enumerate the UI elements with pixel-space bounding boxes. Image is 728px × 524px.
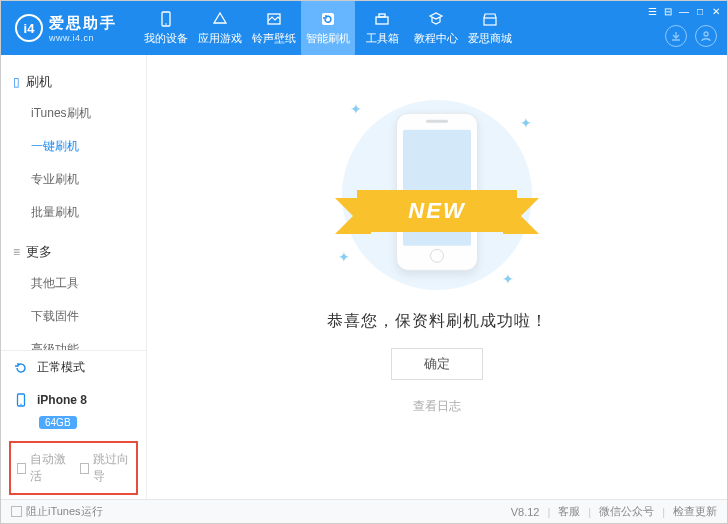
sidebar-item-itunes-flash[interactable]: iTunes刷机 bbox=[31, 97, 146, 130]
svg-rect-5 bbox=[379, 14, 385, 17]
logo-icon: i4 bbox=[15, 14, 43, 42]
more-icon: ≡ bbox=[13, 245, 20, 259]
sparkle-icon: ✦ bbox=[350, 101, 362, 117]
nav-label: 应用游戏 bbox=[198, 31, 242, 46]
nav-label: 智能刷机 bbox=[306, 31, 350, 46]
nav-toolbox[interactable]: 工具箱 bbox=[355, 1, 409, 55]
storage-row: 64GB bbox=[1, 416, 146, 437]
new-ribbon: NEW bbox=[357, 190, 517, 232]
mode-row[interactable]: 正常模式 bbox=[1, 351, 146, 384]
minimize-button[interactable]: — bbox=[677, 4, 691, 18]
phone-icon: ▯ bbox=[13, 75, 20, 89]
sidebar-item-batch-flash[interactable]: 批量刷机 bbox=[31, 196, 146, 229]
block-itunes-checkbox[interactable]: 阻止iTunes运行 bbox=[11, 504, 103, 519]
body: ▯ 刷机 iTunes刷机 一键刷机 专业刷机 批量刷机 ≡ 更多 bbox=[1, 55, 727, 499]
app-title: 爱思助手 bbox=[49, 14, 117, 33]
flash-items: iTunes刷机 一键刷机 专业刷机 批量刷机 bbox=[1, 97, 146, 229]
settings-button[interactable]: ☰ bbox=[645, 4, 659, 18]
success-message: 恭喜您，保资料刷机成功啦！ bbox=[327, 311, 548, 332]
group-label: 更多 bbox=[26, 243, 52, 261]
update-link[interactable]: 检查更新 bbox=[673, 504, 717, 519]
window-controls: ☰ ⊟ — □ ✕ bbox=[645, 4, 723, 18]
close-button[interactable]: ✕ bbox=[709, 4, 723, 18]
nav-label: 教程中心 bbox=[414, 31, 458, 46]
logo: i4 爱思助手 www.i4.cn bbox=[1, 14, 127, 43]
apps-icon bbox=[211, 10, 229, 28]
sidebar-item-download-firmware[interactable]: 下载固件 bbox=[31, 300, 146, 333]
checkbox-label: 自动激活 bbox=[30, 451, 67, 485]
nav-label: 我的设备 bbox=[144, 31, 188, 46]
logo-text: 爱思助手 www.i4.cn bbox=[49, 14, 117, 43]
sidebar-item-pro-flash[interactable]: 专业刷机 bbox=[31, 163, 146, 196]
nav-apps[interactable]: 应用游戏 bbox=[193, 1, 247, 55]
wechat-link[interactable]: 微信公众号 bbox=[599, 504, 654, 519]
auto-activate-checkbox[interactable]: 自动激活 bbox=[17, 451, 68, 485]
sidebar-bottom-options: 自动激活 跳过向导 bbox=[9, 441, 138, 495]
header: i4 爱思助手 www.i4.cn 我的设备 应用游戏 铃声壁纸 智能刷机 bbox=[1, 1, 727, 55]
view-log-link[interactable]: 查看日志 bbox=[413, 398, 461, 415]
group-label: 刷机 bbox=[26, 73, 52, 91]
checkbox-icon bbox=[80, 463, 89, 474]
nav-ringtones[interactable]: 铃声壁纸 bbox=[247, 1, 301, 55]
sparkle-icon: ✦ bbox=[502, 271, 514, 287]
nav-label: 铃声壁纸 bbox=[252, 31, 296, 46]
support-link[interactable]: 客服 bbox=[558, 504, 580, 519]
refresh-icon bbox=[13, 360, 29, 376]
svg-rect-6 bbox=[484, 18, 496, 25]
skip-guide-checkbox[interactable]: 跳过向导 bbox=[80, 451, 131, 485]
nav-flash[interactable]: 智能刷机 bbox=[301, 1, 355, 55]
sidebar: ▯ 刷机 iTunes刷机 一键刷机 专业刷机 批量刷机 ≡ 更多 bbox=[1, 55, 147, 499]
main-content: ✦ ✦ ✦ ✦ NEW 恭喜您，保资料刷机成功啦！ 确定 查看日志 bbox=[147, 55, 727, 499]
ribbon-text: NEW bbox=[408, 198, 465, 224]
profile-button[interactable] bbox=[695, 25, 717, 47]
storage-badge: 64GB bbox=[39, 416, 77, 429]
device-icon bbox=[157, 10, 175, 28]
checkbox-icon bbox=[11, 506, 22, 517]
device-label: iPhone 8 bbox=[37, 393, 87, 407]
tutorial-icon bbox=[427, 10, 445, 28]
download-button[interactable] bbox=[665, 25, 687, 47]
version-label: V8.12 bbox=[511, 506, 540, 518]
sidebar-group-more: ≡ 更多 其他工具 下载固件 高级功能 bbox=[1, 231, 146, 350]
toolbox-icon bbox=[373, 10, 391, 28]
nav-tutorials[interactable]: 教程中心 bbox=[409, 1, 463, 55]
maximize-button[interactable]: □ bbox=[693, 4, 707, 18]
group-header-flash[interactable]: ▯ 刷机 bbox=[1, 67, 146, 97]
confirm-button[interactable]: 确定 bbox=[391, 348, 483, 380]
app-window: i4 爱思助手 www.i4.cn 我的设备 应用游戏 铃声壁纸 智能刷机 bbox=[0, 0, 728, 524]
separator: | bbox=[588, 506, 591, 518]
sidebar-item-other-tools[interactable]: 其他工具 bbox=[31, 267, 146, 300]
footer: 阻止iTunes运行 V8.12 | 客服 | 微信公众号 | 检查更新 bbox=[1, 499, 727, 523]
app-subtitle: www.i4.cn bbox=[49, 33, 117, 43]
nav-label: 工具箱 bbox=[366, 31, 399, 46]
header-actions bbox=[665, 25, 717, 47]
mode-label: 正常模式 bbox=[37, 359, 85, 376]
sidebar-group-flash: ▯ 刷机 iTunes刷机 一键刷机 专业刷机 批量刷机 bbox=[1, 61, 146, 231]
footer-right: V8.12 | 客服 | 微信公众号 | 检查更新 bbox=[511, 504, 717, 519]
svg-point-7 bbox=[704, 32, 708, 36]
success-illustration: ✦ ✦ ✦ ✦ NEW bbox=[332, 95, 542, 295]
nav-label: 爱思商城 bbox=[468, 31, 512, 46]
store-icon bbox=[481, 10, 499, 28]
flash-icon bbox=[319, 10, 337, 28]
nav-store[interactable]: 爱思商城 bbox=[463, 1, 517, 55]
nav-my-device[interactable]: 我的设备 bbox=[139, 1, 193, 55]
svg-rect-3 bbox=[322, 13, 334, 25]
checkbox-label: 跳过向导 bbox=[93, 451, 130, 485]
svg-rect-4 bbox=[376, 17, 388, 24]
more-items: 其他工具 下载固件 高级功能 bbox=[1, 267, 146, 350]
sidebar-status: 正常模式 iPhone 8 64GB bbox=[1, 350, 146, 437]
top-nav: 我的设备 应用游戏 铃声壁纸 智能刷机 工具箱 教程中心 bbox=[139, 1, 517, 55]
phone-icon bbox=[13, 392, 29, 408]
checkbox-label: 阻止iTunes运行 bbox=[26, 504, 103, 519]
checkbox-icon bbox=[17, 463, 26, 474]
svg-point-1 bbox=[165, 23, 167, 25]
device-row[interactable]: iPhone 8 bbox=[1, 384, 146, 416]
sidebar-item-oneclick-flash[interactable]: 一键刷机 bbox=[31, 130, 146, 163]
sidebar-scroll: ▯ 刷机 iTunes刷机 一键刷机 专业刷机 批量刷机 ≡ 更多 bbox=[1, 55, 146, 350]
sidebar-item-advanced[interactable]: 高级功能 bbox=[31, 333, 146, 350]
pin-button[interactable]: ⊟ bbox=[661, 4, 675, 18]
separator: | bbox=[547, 506, 550, 518]
group-header-more[interactable]: ≡ 更多 bbox=[1, 237, 146, 267]
sparkle-icon: ✦ bbox=[338, 249, 350, 265]
